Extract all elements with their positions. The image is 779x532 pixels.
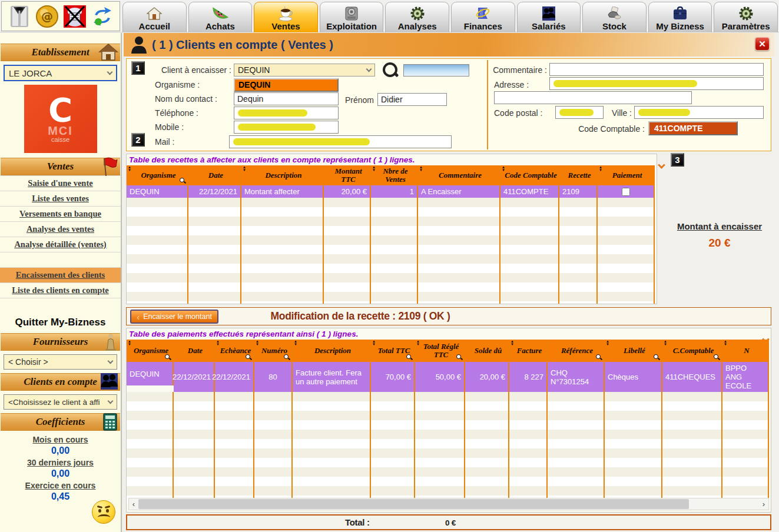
telephone-input[interactable] — [234, 107, 339, 119]
sidebar-item-analyse-ventes[interactable]: Analyse des ventes — [0, 222, 121, 237]
sort-icon[interactable] — [128, 166, 131, 172]
nom-contact-input[interactable]: Dequin — [234, 92, 339, 105]
table-cell[interactable]: Facture client. Fera un autre paiement — [293, 362, 371, 392]
filter-magnifier-icon[interactable] — [284, 354, 290, 361]
col-header[interactable]: Date — [188, 165, 241, 185]
mobile-input[interactable] — [234, 121, 339, 134]
col-header[interactable]: Solde dû — [465, 340, 509, 362]
tab-exploitation[interactable]: Exploitation — [320, 2, 384, 32]
table-cell[interactable]: 22/12/2021 — [188, 185, 241, 198]
filter-magnifier-icon[interactable] — [456, 354, 463, 361]
col-header[interactable]: Description — [293, 340, 371, 362]
sort-icon[interactable] — [128, 340, 131, 346]
tab-accueil[interactable]: Accueil — [122, 2, 187, 32]
sort-icon[interactable] — [606, 340, 609, 346]
tab-parametres[interactable]: Paramètres — [714, 2, 778, 32]
client-search-input[interactable] — [403, 64, 469, 77]
table-cell[interactable]: 8 227 — [509, 362, 548, 392]
close-icon[interactable]: ✕ — [755, 37, 770, 51]
table-cell[interactable]: 22/12/2021 — [174, 362, 215, 392]
table-cell[interactable]: 1 — [371, 185, 418, 198]
table-cell[interactable]: Montant affecter — [241, 185, 324, 198]
col-header[interactable]: Total Réglé TTC — [415, 340, 465, 362]
code-postal-input[interactable] — [555, 106, 604, 119]
search-icon[interactable] — [382, 61, 399, 79]
col-header[interactable]: C.Comptable — [662, 340, 722, 362]
table-cell[interactable]: 2109 — [559, 185, 598, 198]
sidebar-item-liste-clients-compte[interactable]: Liste des clients en compte — [0, 283, 121, 298]
horizontal-scrollbar[interactable]: ‹ › — [128, 498, 769, 510]
client-a-encaisser-select[interactable]: DEQUIN — [234, 64, 375, 77]
col-header[interactable]: Référence — [548, 340, 605, 362]
sidebar-item-saisie-vente[interactable]: Saisie d'une vente — [0, 176, 121, 191]
tab-ventes[interactable]: Ventes — [254, 2, 318, 32]
table-cell[interactable]: 22/12/2021 — [215, 362, 254, 392]
table-cell[interactable]: 70,00 € — [371, 362, 415, 392]
sidebar-item-versements-banque[interactable]: Versements en banque — [0, 207, 121, 222]
table-cell[interactable]: BPPO ANG ECOLE — [722, 362, 769, 392]
tab-stock[interactable]: Stock — [582, 2, 647, 32]
organisme-field[interactable]: DEQUIN — [234, 78, 339, 92]
table-cell[interactable]: DEQUIN — [127, 362, 174, 385]
col-header[interactable]: Total TTC — [371, 340, 415, 362]
table-cell[interactable]: 50,00 € — [415, 362, 465, 392]
table-cell[interactable]: 411COMPTE — [500, 185, 559, 198]
sort-icon[interactable] — [664, 340, 667, 346]
filter-magnifier-icon[interactable] — [246, 354, 252, 361]
table-cell[interactable]: Chèques — [605, 362, 662, 392]
filter-magnifier-icon[interactable] — [180, 178, 186, 184]
quit-my-bizness-button[interactable]: Quitter My-Bizness — [0, 315, 121, 330]
sort-icon[interactable] — [243, 166, 246, 172]
col-header[interactable]: Date — [174, 340, 215, 362]
coef-exercice-link[interactable]: Exercice en cours — [0, 481, 121, 490]
col-header[interactable]: N — [722, 340, 769, 362]
table-cell[interactable]: A Encaisser — [418, 185, 500, 198]
fournisseur-select[interactable]: < Choisir > — [4, 354, 117, 370]
prenom-input[interactable]: Didier — [377, 93, 447, 106]
paiement-checkbox[interactable] — [622, 188, 630, 196]
scroll-left-arrow[interactable]: ‹ — [129, 500, 138, 508]
tab-salaries[interactable]: Salariés — [517, 2, 581, 32]
filter-magnifier-icon[interactable] — [406, 354, 413, 361]
chevron-down-icon[interactable] — [658, 161, 665, 169]
scrollbar-thumb[interactable] — [138, 499, 689, 509]
col-header[interactable]: Commentaire — [418, 165, 500, 185]
commentaire-input[interactable] — [549, 63, 764, 76]
etablissement-select[interactable]: LE JORCA — [4, 65, 117, 81]
tab-analyses[interactable]: Analyses — [385, 2, 449, 32]
table-cell[interactable]: 20,00 € — [465, 362, 509, 392]
tab-my-bizness[interactable]: My Bizness — [648, 2, 712, 32]
tab-finances[interactable]: Finances — [451, 2, 515, 32]
col-header[interactable]: Echèance — [215, 340, 254, 362]
client-select[interactable]: <Choisissez le client à affi — [4, 394, 117, 410]
sort-icon[interactable] — [372, 340, 376, 346]
col-header[interactable]: Montant TTC — [324, 165, 371, 185]
ville-input[interactable] — [634, 106, 764, 119]
col-header[interactable]: Recette — [559, 165, 598, 185]
montant-a-encaisser-label[interactable]: Montant à encaisser — [669, 221, 770, 231]
col-header[interactable]: Description — [241, 165, 324, 185]
paiement-cell[interactable] — [598, 185, 655, 198]
table-cell[interactable]: DEQUIN — [127, 185, 188, 198]
sort-icon[interactable] — [294, 340, 297, 346]
sort-icon[interactable] — [416, 340, 420, 346]
coef-mois-en-cours-link[interactable]: Mois en cours — [0, 435, 121, 444]
sort-icon[interactable] — [216, 340, 220, 346]
sidebar-item-analyse-detaillee[interactable]: Analyse détaillée (ventes) — [0, 237, 121, 252]
code-comptable-field[interactable]: 411COMPTE — [648, 121, 738, 135]
table-cell[interactable]: 80 — [254, 362, 293, 392]
table-cell[interactable]: CHQ N°7301254 — [548, 362, 605, 392]
sort-icon[interactable] — [599, 166, 602, 172]
adresse-input[interactable] — [549, 77, 764, 90]
table-cell[interactable]: 411CHEQUES — [662, 362, 722, 392]
col-header[interactable]: Paiement — [598, 165, 655, 185]
filter-magnifier-icon[interactable] — [165, 354, 171, 361]
coef-30-jours-link[interactable]: 30 derniers jours — [0, 458, 121, 467]
sort-icon[interactable] — [256, 340, 259, 346]
adresse2-input[interactable] — [494, 91, 692, 104]
mail-input[interactable] — [229, 135, 452, 148]
col-header[interactable]: Nbre de Ventes — [371, 165, 418, 185]
filter-magnifier-icon[interactable] — [596, 354, 602, 361]
col-header[interactable]: Facture — [509, 340, 548, 362]
col-header[interactable]: Numéro — [254, 340, 293, 362]
